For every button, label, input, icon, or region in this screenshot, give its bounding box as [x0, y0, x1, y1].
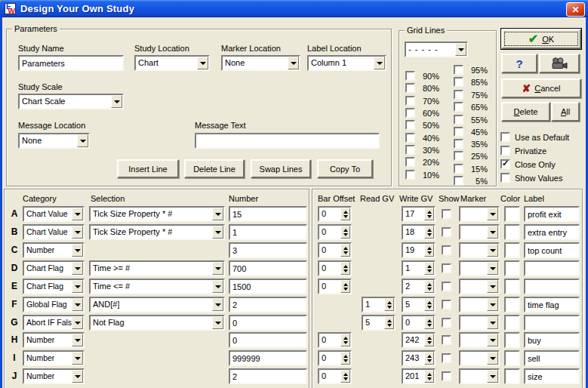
category-dropdown[interactable]: Abort IF False: [23, 315, 85, 331]
cancel-button[interactable]: ✘ Cancel: [501, 79, 581, 98]
spinner-arrows-icon[interactable]: [424, 334, 434, 346]
chevron-down-icon[interactable]: [487, 298, 498, 311]
grid-55-checkbox[interactable]: [454, 115, 463, 125]
bar-offset-spinner[interactable]: 0: [318, 260, 352, 276]
chevron-down-icon[interactable]: [72, 298, 83, 311]
grid-line-color-swatch[interactable]: [0, 0, 2, 2]
write-gv-spinner[interactable]: 5: [402, 297, 436, 313]
write-gv-spinner[interactable]: 0: [402, 315, 436, 331]
chevron-down-icon[interactable]: [72, 280, 83, 293]
chevron-down-icon[interactable]: [72, 370, 83, 383]
chevron-down-icon[interactable]: [288, 57, 299, 69]
bar-offset-spinner[interactable]: 0: [318, 350, 352, 366]
color-swatch[interactable]: [504, 279, 520, 294]
chevron-down-icon[interactable]: [72, 316, 83, 329]
label-input[interactable]: [524, 260, 580, 276]
study-name-input[interactable]: [18, 55, 124, 71]
label-input[interactable]: [524, 368, 580, 384]
copy-to-button[interactable]: Copy To: [317, 159, 373, 178]
category-dropdown[interactable]: Chart Value: [23, 224, 85, 240]
write-gv-spinner[interactable]: 18: [402, 224, 436, 240]
spinner-arrows-icon[interactable]: [424, 370, 434, 383]
number-input[interactable]: [229, 260, 307, 276]
grid-40-checkbox[interactable]: [405, 133, 415, 143]
bar-offset-spinner[interactable]: 0: [318, 368, 352, 384]
chevron-down-icon[interactable]: [374, 57, 385, 69]
grid-85-checkbox[interactable]: [454, 77, 463, 87]
number-input[interactable]: [229, 315, 307, 331]
spinner-arrows-icon[interactable]: [384, 316, 394, 329]
grid-15-checkbox[interactable]: [454, 164, 463, 174]
spinner-arrows-icon[interactable]: [424, 226, 434, 239]
spinner-arrows-icon[interactable]: [384, 298, 394, 311]
bar-offset-spinner[interactable]: 0: [318, 224, 352, 240]
marker-dropdown[interactable]: [459, 242, 500, 258]
chevron-down-icon[interactable]: [487, 262, 498, 275]
spinner-arrows-icon[interactable]: [340, 208, 350, 220]
chevron-down-icon[interactable]: [487, 370, 498, 383]
help-button[interactable]: ?: [501, 54, 537, 73]
marker-dropdown[interactable]: [459, 279, 500, 294]
chevron-down-icon[interactable]: [487, 334, 498, 346]
grid-90-checkbox[interactable]: [405, 71, 415, 81]
marker-dropdown[interactable]: [459, 368, 500, 384]
selection-dropdown[interactable]: Tick Size Property * #: [89, 206, 225, 222]
use-as-default-checkbox[interactable]: [500, 132, 510, 142]
delete-line-button[interactable]: Delete Line: [184, 159, 245, 178]
chevron-down-icon[interactable]: [212, 316, 223, 329]
spinner-arrows-icon[interactable]: [340, 370, 350, 383]
color-swatch[interactable]: [504, 315, 520, 331]
chevron-down-icon[interactable]: [212, 208, 223, 220]
spinner-arrows-icon[interactable]: [340, 280, 350, 293]
color-swatch[interactable]: [504, 224, 520, 240]
category-dropdown[interactable]: Number: [23, 350, 85, 366]
color-swatch[interactable]: [504, 242, 520, 258]
chevron-down-icon[interactable]: [77, 134, 88, 147]
chevron-down-icon[interactable]: [72, 226, 83, 239]
write-gv-spinner[interactable]: 2: [402, 279, 436, 294]
category-dropdown[interactable]: Number: [23, 332, 85, 348]
show-checkbox[interactable]: [442, 335, 451, 345]
chevron-down-icon[interactable]: [487, 226, 498, 239]
label-input[interactable]: [524, 350, 580, 366]
study-scale-dropdown[interactable]: Chart Scale: [18, 94, 124, 109]
show-checkbox[interactable]: [442, 318, 451, 328]
chevron-down-icon[interactable]: [197, 57, 208, 69]
spinner-arrows-icon[interactable]: [340, 334, 350, 346]
spinner-arrows-icon[interactable]: [340, 226, 350, 239]
chevron-down-icon[interactable]: [212, 298, 223, 311]
marker-dropdown[interactable]: [459, 297, 500, 313]
show-checkbox[interactable]: [442, 209, 451, 219]
show-checkbox[interactable]: [442, 245, 451, 255]
write-gv-spinner[interactable]: 17: [402, 206, 436, 222]
read-gv-spinner[interactable]: 5: [362, 315, 396, 331]
grid-35-checkbox[interactable]: [454, 139, 463, 149]
number-input[interactable]: [229, 332, 307, 348]
label-input[interactable]: [524, 224, 580, 240]
category-dropdown[interactable]: Global Flag: [23, 297, 85, 313]
video-button[interactable]: [539, 54, 580, 73]
delete-button[interactable]: Delete: [501, 102, 550, 122]
chevron-down-icon[interactable]: [487, 316, 498, 329]
selection-dropdown[interactable]: Not Flag: [89, 315, 225, 331]
spinner-arrows-icon[interactable]: [424, 244, 434, 257]
grid-30-checkbox[interactable]: [405, 145, 415, 155]
grid-70-checkbox[interactable]: [405, 96, 415, 106]
color-swatch[interactable]: [504, 206, 520, 222]
grid-60-checkbox[interactable]: [405, 108, 415, 118]
study-location-dropdown[interactable]: Chart: [134, 55, 210, 71]
chevron-down-icon[interactable]: [72, 262, 83, 275]
chevron-down-icon[interactable]: [212, 226, 223, 239]
chevron-down-icon[interactable]: [487, 208, 498, 220]
show-checkbox[interactable]: [442, 371, 451, 381]
color-swatch[interactable]: [504, 368, 520, 384]
bar-offset-spinner[interactable]: 0: [318, 332, 352, 348]
show-checkbox[interactable]: [442, 227, 451, 237]
marker-dropdown[interactable]: [459, 224, 500, 240]
selection-dropdown[interactable]: Tick Size Property * #: [89, 224, 225, 240]
label-input[interactable]: [524, 332, 580, 348]
label-input[interactable]: [524, 315, 580, 331]
grid-line-style-dropdown[interactable]: - - - - -: [405, 42, 468, 57]
selection-dropdown[interactable]: AND[#]: [89, 297, 225, 313]
read-gv-spinner[interactable]: 1: [362, 297, 396, 313]
